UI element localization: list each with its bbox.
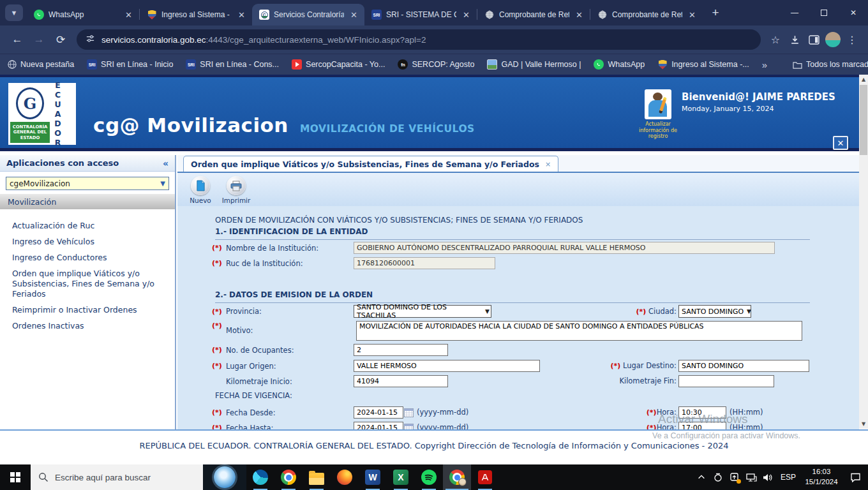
side-panel-icon[interactable] xyxy=(804,30,823,49)
browser-tab-sri[interactable]: SRI SRI - SISTEMA DE CO ✕ xyxy=(364,4,477,26)
forward-button[interactable]: → xyxy=(28,29,50,50)
tab-close-icon[interactable]: ✕ xyxy=(461,10,472,20)
welcome-date: Monday, January 15, 2024 xyxy=(682,105,835,113)
sidebar-item-actualizacion-ruc[interactable]: Actualización de Ruc xyxy=(0,218,175,234)
new-button[interactable]: Nuevo xyxy=(185,176,216,206)
close-window-button[interactable]: ✕ xyxy=(839,0,868,26)
bookmarks-overflow-chevron[interactable]: » xyxy=(762,59,767,70)
site-info-icon[interactable] xyxy=(86,34,95,45)
tray-sync-attention-icon[interactable] xyxy=(726,464,743,490)
print-button[interactable]: Imprimir xyxy=(221,176,251,206)
language-indicator[interactable]: ESP xyxy=(776,473,800,482)
taskbar-spotify[interactable] xyxy=(415,464,443,490)
taskbar-chrome[interactable] xyxy=(274,464,303,490)
taskbar-file-explorer[interactable] xyxy=(303,464,331,490)
fecha-hasta-input[interactable] xyxy=(354,422,403,429)
ciudad-select[interactable]: SANTO DOMINGO▼ xyxy=(678,305,751,318)
taskbar-acrobat[interactable] xyxy=(471,464,499,490)
sidebar-item-reimprimir-ordenes[interactable]: Reimprimir o Inactivar Ordenes xyxy=(0,302,175,318)
taskbar-chrome-profile-active[interactable] xyxy=(443,464,471,490)
network-icon[interactable] xyxy=(743,464,760,490)
km-fin-input[interactable] xyxy=(678,375,774,387)
collapse-sidebar-icon[interactable]: « xyxy=(163,158,168,168)
bookmark-whatsapp[interactable]: WhatsApp xyxy=(594,59,645,70)
ruc-input[interactable] xyxy=(354,257,495,269)
tab-search-button[interactable]: ▼ xyxy=(5,4,23,21)
motivo-textarea[interactable]: MOVILIZACIÓN DE AUTORIDADES HACIA LA CIU… xyxy=(356,321,802,341)
bookmark-sri-inicio[interactable]: SRI SRI en Línea - Inicio xyxy=(87,59,173,70)
tray-app-icon[interactable] xyxy=(710,464,726,490)
url-text: servicios.contraloria.gob.ec:4443/cge_ar… xyxy=(101,35,426,45)
taskbar-edge[interactable] xyxy=(246,464,274,490)
app-close-button[interactable]: ✕ xyxy=(833,136,848,150)
taskbar-firefox[interactable] xyxy=(331,464,359,490)
lugar-destino-input[interactable] xyxy=(678,360,809,372)
document-tab-close-icon[interactable]: × xyxy=(545,160,551,168)
tab-close-icon[interactable]: ✕ xyxy=(348,10,359,20)
minimize-button[interactable]: — xyxy=(780,0,809,26)
ocupantes-input[interactable] xyxy=(354,344,448,356)
cge-favicon: C xyxy=(259,10,269,20)
destino-label: Lugar Destino: xyxy=(623,361,677,370)
fecha-desde-input[interactable] xyxy=(354,406,403,419)
taskbar-search[interactable] xyxy=(31,464,203,490)
reload-button[interactable]: ⟳ xyxy=(50,29,71,50)
tray-show-hidden-icons[interactable] xyxy=(693,464,710,490)
action-center-icon[interactable] xyxy=(842,464,868,490)
back-button[interactable]: ← xyxy=(6,29,28,50)
downloads-icon[interactable] xyxy=(785,30,804,49)
browser-menu-icon[interactable]: ⋮ xyxy=(842,30,862,49)
scroll-up-arrow[interactable]: ▲ xyxy=(859,75,868,84)
bookmark-nueva-pestana[interactable]: Nueva pestaña xyxy=(8,60,74,69)
address-bar[interactable]: servicios.contraloria.gob.ec:4443/cge_ar… xyxy=(77,29,761,50)
scrollbar-thumb[interactable] xyxy=(860,85,867,155)
browser-tab-ingreso[interactable]: Ingreso al Sistema - C ✕ xyxy=(140,4,252,26)
bookmark-label: SRI en Línea - Cons... xyxy=(200,60,279,69)
bookmark-sercopcapacita[interactable]: SercopCapacita - Yo... xyxy=(292,59,385,70)
browser-tab-whatsapp[interactable]: WhatsApp ✕ xyxy=(27,4,139,26)
sidebar-item-orden-viaticos[interactable]: Orden que implique Viáticos y/o Subsiste… xyxy=(0,265,175,302)
provincia-select[interactable]: SANTO DOMINGO DE LOS TSACHILAS▼ xyxy=(354,305,491,318)
clock[interactable]: 16:03 15/1/2024 xyxy=(800,467,842,487)
required-mark: (*) xyxy=(212,308,226,316)
document-tab-orden[interactable]: Orden que implique Viáticos y/o Subsiste… xyxy=(183,156,558,172)
bookmark-sri-consultas[interactable]: SRI SRI en Línea - Cons... xyxy=(186,59,279,70)
browser-tab-servicios-contraloria-active[interactable]: C Servicios Contraloría ✕ xyxy=(252,4,364,26)
all-bookmarks-button[interactable]: Todos los marcadores xyxy=(793,60,868,69)
taskbar-excel[interactable]: X xyxy=(387,464,415,490)
scroll-down-arrow[interactable]: ▼ xyxy=(859,419,868,429)
sidebar-item-ingreso-vehiculos[interactable]: Ingreso de Vehículos xyxy=(0,234,175,249)
all-bookmarks-label: Todos los marcadores xyxy=(806,60,868,69)
start-button[interactable] xyxy=(0,464,31,490)
calendar-icon[interactable] xyxy=(404,424,414,430)
tab-close-icon[interactable]: ✕ xyxy=(574,10,585,20)
calendar-icon[interactable] xyxy=(404,408,414,417)
taskbar-search-input[interactable] xyxy=(55,473,183,482)
bookmark-ingreso-sistema[interactable]: Ingreso al Sistema -... xyxy=(657,59,749,70)
nombre-input[interactable] xyxy=(354,242,775,254)
url-path: :4443/cge_arquitecturaexterna_web/WFInic… xyxy=(206,35,426,45)
sidebar-item-ordenes-inactivas[interactable]: Ordenes Inactivas xyxy=(0,318,175,334)
taskbar-word[interactable]: W xyxy=(359,464,387,490)
maximize-icon xyxy=(821,10,827,16)
user-avatar-button[interactable] xyxy=(645,89,671,119)
browser-tab-comprobante-2[interactable]: Comprobante de Ret ✕ xyxy=(590,4,703,26)
profile-avatar[interactable] xyxy=(823,30,842,49)
sidebar-item-ingreso-conductores[interactable]: Ingreso de Conductores xyxy=(0,249,175,265)
page-scrollbar[interactable]: ▲ ▼ xyxy=(859,75,868,429)
volume-icon[interactable] xyxy=(760,464,776,490)
bookmark-star-icon[interactable]: ☆ xyxy=(766,30,785,49)
tab-close-icon[interactable]: ✕ xyxy=(687,10,698,20)
application-select[interactable]: cgeMovilizacion ▼ xyxy=(6,177,169,190)
km-inicio-input[interactable] xyxy=(354,375,448,387)
tab-close-icon[interactable]: ✕ xyxy=(236,10,247,20)
search-highlights-artwork[interactable] xyxy=(203,464,246,490)
bookmark-gad-valle-hermoso[interactable]: GAD | Valle Hermoso | xyxy=(487,59,581,70)
file-explorer-icon xyxy=(309,473,324,485)
maximize-button[interactable] xyxy=(809,0,839,26)
browser-tab-comprobante-1[interactable]: Comprobante de Ret ✕ xyxy=(477,4,590,26)
bookmark-sercop-agosto[interactable]: fn SERCOP: Agosto xyxy=(398,59,474,70)
tab-close-icon[interactable]: ✕ xyxy=(123,10,134,20)
bookmark-label: SERCOP: Agosto xyxy=(412,60,474,69)
new-tab-button[interactable]: + xyxy=(707,4,724,22)
